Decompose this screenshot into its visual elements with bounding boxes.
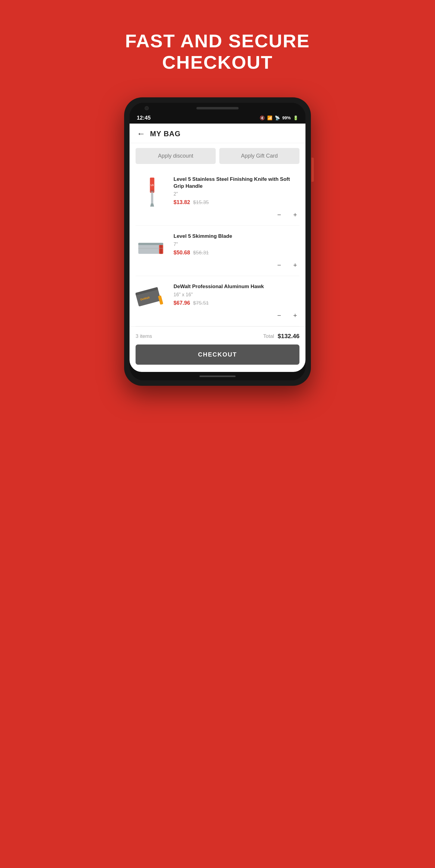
item-pricing: $50.68 $56.31 [173,250,299,256]
total-label: Total [263,333,274,339]
back-button[interactable]: ← [137,130,145,138]
cart-summary: 3 items Total $132.46 [130,327,305,344]
cart-item: L5 Level 5 Stainless Steel Finishing Kni… [136,169,299,226]
item-image: DeWalt [136,282,169,315]
item-name: DeWalt Professional Aluminum Hawk [173,283,299,290]
phone-device: 12:45 🔇 📶 📡 99% 🔋 ← MY BAG Apply discoun… [124,97,311,386]
total-section: Total $132.46 [263,333,299,340]
cart-item: DeWalt DeWalt Professional Aluminum Hawk… [136,276,299,327]
svg-rect-7 [138,243,163,245]
item-variant: 16" x 16" [173,292,299,298]
sale-price: $13.82 [173,199,190,206]
item-variant: 2" [173,191,299,197]
promo-buttons-row: Apply discount Apply Gift Card [130,143,305,169]
page-title: MY BAG [150,130,181,138]
status-bar: 12:45 🔇 📶 📡 99% 🔋 [130,114,305,124]
page-headline: FAST AND SECURE CHECKOUT [125,30,310,73]
checkout-button[interactable]: CHECKOUT [136,344,299,365]
quantity-decrease-button[interactable]: − [275,311,283,320]
item-details: Level 5 Skimming Blade 7" $50.68 $56.31 … [173,232,299,270]
item-details: Level 5 Stainless Steel Finishing Knife … [173,175,299,220]
battery-icon: 🔋 [293,116,298,120]
mute-icon: 🔇 [260,116,265,120]
cart-items-list: L5 Level 5 Stainless Steel Finishing Kni… [130,169,305,327]
item-image [136,232,169,265]
status-time: 12:45 [137,115,150,121]
original-price: $15.35 [193,199,209,206]
svg-rect-9 [160,245,162,254]
item-name: Level 5 Skimming Blade [173,233,299,240]
phone-bottom-bar [130,372,305,380]
signal-icon: 📡 [275,116,280,120]
svg-marker-3 [150,203,154,207]
quantity-controls: − + [173,311,299,320]
item-details: DeWalt Professional Aluminum Hawk 16" x … [173,282,299,320]
items-count: 3 items [136,333,152,339]
item-pricing: $67.96 $75.51 [173,300,299,306]
quantity-increase-button[interactable]: + [291,261,299,270]
svg-rect-4 [150,191,154,192]
wifi-icon: 📶 [267,116,272,120]
apply-gift-card-button[interactable]: Apply Gift Card [219,148,299,164]
item-name: Level 5 Stainless Steel Finishing Knife … [173,176,299,190]
original-price: $56.31 [193,250,209,256]
phone-top-bar [130,103,305,114]
svg-rect-2 [151,192,153,203]
total-amount: $132.46 [278,333,299,340]
screen-content: ← MY BAG Apply discount Apply Gift Card [130,124,305,372]
quantity-increase-button[interactable]: + [291,210,299,219]
battery-text: 99% [282,116,291,120]
quantity-controls: − + [173,261,299,270]
quantity-increase-button[interactable]: + [291,311,299,320]
front-camera [144,106,149,110]
quantity-decrease-button[interactable]: − [275,210,283,219]
status-icons: 🔇 📶 📡 99% 🔋 [260,116,298,120]
speaker-grill [196,107,239,110]
home-indicator [199,375,236,377]
svg-text:L5: L5 [150,184,154,186]
nav-bar: ← MY BAG [130,124,305,143]
quantity-decrease-button[interactable]: − [275,261,283,270]
original-price: $75.51 [193,300,209,306]
item-variant: 7" [173,242,299,247]
item-pricing: $13.82 $15.35 [173,199,299,206]
sale-price: $67.96 [173,300,190,306]
cart-item: Level 5 Skimming Blade 7" $50.68 $56.31 … [136,226,299,276]
quantity-controls: − + [173,210,299,219]
item-image: L5 [136,175,169,208]
apply-discount-button[interactable]: Apply discount [136,148,216,164]
sale-price: $50.68 [173,250,190,256]
